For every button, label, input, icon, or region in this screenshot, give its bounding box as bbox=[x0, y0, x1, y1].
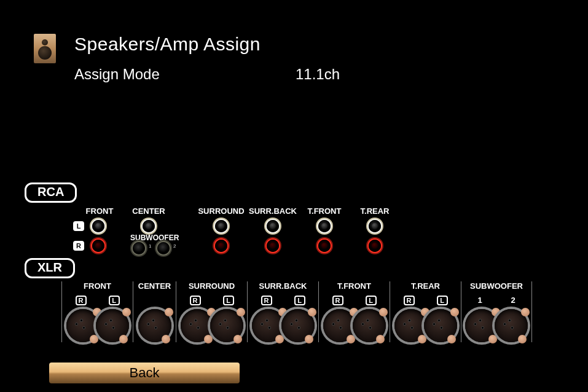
xlr-rl-badge: R bbox=[76, 296, 87, 305]
xlr-heading: SURR.BACK bbox=[259, 281, 307, 291]
back-button[interactable]: Back bbox=[49, 363, 240, 383]
rca-heading-surround: SURROUND bbox=[195, 206, 247, 216]
rca-heading-front: FRONT bbox=[74, 206, 125, 216]
xlr-pair bbox=[181, 309, 243, 342]
xlr-connector bbox=[181, 309, 214, 342]
xlr-sub-row: RL bbox=[76, 296, 120, 305]
xlr-rl-badge: L bbox=[366, 296, 377, 305]
xlr-group: SURR.BACKRL bbox=[247, 281, 318, 342]
xlr-heading: CENTER bbox=[138, 281, 171, 291]
xlr-panel: FRONTRLCENTERSURROUNDRLSURR.BACKRLT.FRON… bbox=[61, 281, 532, 342]
xlr-rl-badge: L bbox=[223, 296, 234, 305]
rca-jack-trear-r bbox=[369, 240, 381, 252]
rca-sub1-num: 1 bbox=[149, 243, 151, 249]
rca-l-badge: L bbox=[73, 221, 84, 231]
assign-mode-label: Assign Mode bbox=[74, 66, 296, 83]
xlr-connector bbox=[138, 309, 171, 342]
rca-heading-center: CENTER bbox=[123, 206, 174, 216]
rca-jack-surrback-r bbox=[267, 240, 279, 252]
xlr-rl-badge: L bbox=[437, 296, 448, 305]
xlr-heading: T.REAR bbox=[411, 281, 440, 291]
xlr-heading: SUBWOOFER bbox=[470, 281, 523, 291]
rca-jack-sub1 bbox=[133, 242, 145, 254]
xlr-pair bbox=[138, 309, 171, 342]
rca-jack-surround-r bbox=[215, 240, 227, 252]
xlr-group: FRONTRL bbox=[61, 281, 133, 342]
xlr-rl-badge: L bbox=[109, 296, 120, 305]
xlr-heading: T.FRONT bbox=[337, 281, 371, 291]
xlr-group: T.REARRL bbox=[390, 281, 461, 342]
page-title: Speakers/Amp Assign bbox=[74, 34, 340, 55]
assign-mode-value: 11.1ch bbox=[296, 66, 340, 83]
xlr-sub-num: 2 bbox=[508, 296, 519, 305]
xlr-connector bbox=[424, 309, 457, 342]
xlr-group: CENTER bbox=[133, 281, 176, 342]
xlr-rl-badge: R bbox=[261, 296, 272, 305]
xlr-connector bbox=[96, 309, 129, 342]
rca-jack-sub2 bbox=[157, 242, 170, 254]
rca-sub2-num: 2 bbox=[173, 243, 176, 249]
xlr-rl-badge: L bbox=[294, 296, 305, 305]
rca-jack-front-r bbox=[92, 240, 104, 252]
xlr-pair bbox=[323, 309, 386, 342]
rca-section-badge: RCA bbox=[25, 182, 77, 203]
xlr-group: SURROUNDRL bbox=[176, 281, 247, 342]
xlr-rl-badge: R bbox=[404, 296, 415, 305]
xlr-connector bbox=[210, 309, 243, 342]
xlr-sub-row: 12 bbox=[474, 296, 519, 305]
rca-jack-surround-l bbox=[215, 220, 227, 232]
xlr-section-badge: XLR bbox=[25, 258, 75, 278]
rca-jack-trear-l bbox=[369, 220, 381, 232]
xlr-group: T.FRONTRL bbox=[318, 281, 390, 342]
rca-heading-tfront: T.FRONT bbox=[299, 206, 350, 216]
rca-r-badge: R bbox=[73, 241, 84, 251]
rca-jack-tfront-r bbox=[318, 240, 331, 252]
xlr-connector bbox=[252, 309, 285, 342]
xlr-heading: SURROUND bbox=[189, 281, 235, 291]
rca-jack-center bbox=[143, 220, 155, 232]
rca-heading-trear: T.REAR bbox=[349, 206, 401, 216]
xlr-pair bbox=[465, 309, 528, 342]
xlr-sub-row: RL bbox=[404, 296, 448, 305]
xlr-group: SUBWOOFER12 bbox=[461, 281, 532, 342]
xlr-sub-row: RL bbox=[261, 296, 305, 305]
assign-mode-row[interactable]: Assign Mode 11.1ch bbox=[74, 66, 340, 83]
xlr-sub-row: RL bbox=[332, 296, 377, 305]
xlr-sub-row: RL bbox=[190, 296, 234, 305]
xlr-rl-badge: R bbox=[332, 296, 343, 305]
xlr-connector bbox=[465, 309, 498, 342]
xlr-connector bbox=[353, 309, 386, 342]
xlr-pair bbox=[66, 309, 129, 342]
rca-jack-surrback-l bbox=[267, 220, 279, 232]
xlr-pair bbox=[252, 309, 315, 342]
rca-heading-surrback: SURR.BACK bbox=[247, 206, 299, 216]
speaker-icon bbox=[34, 34, 56, 63]
xlr-pair bbox=[394, 309, 457, 342]
xlr-connector bbox=[495, 309, 528, 342]
rca-jack-front-l bbox=[92, 220, 104, 232]
xlr-connector bbox=[66, 309, 100, 342]
rca-subwoofer-label: SUBWOOFER bbox=[130, 233, 179, 242]
rca-jack-tfront-l bbox=[318, 220, 331, 232]
xlr-connector bbox=[323, 309, 356, 342]
xlr-rl-badge: R bbox=[190, 296, 201, 305]
xlr-connector bbox=[394, 309, 428, 342]
xlr-sub-num: 1 bbox=[474, 296, 485, 305]
xlr-heading: FRONT bbox=[84, 281, 111, 291]
xlr-connector bbox=[281, 309, 315, 342]
page-header: Speakers/Amp Assign Assign Mode 11.1ch bbox=[34, 34, 340, 83]
